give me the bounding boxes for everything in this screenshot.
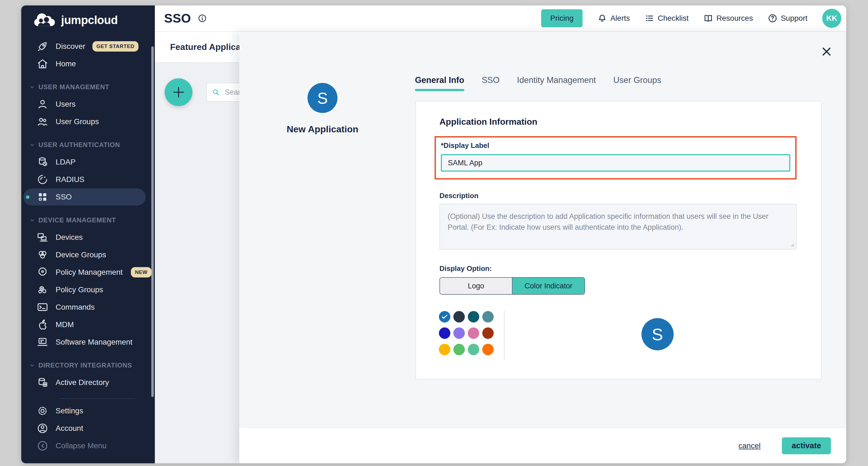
sidebar-item-label: Policy Management bbox=[56, 268, 123, 276]
color-swatch[interactable] bbox=[453, 311, 465, 322]
modal-tabs: General Info SSO Identity Management Use… bbox=[415, 75, 661, 91]
color-swatch-selected[interactable] bbox=[439, 311, 451, 322]
application-summary: S New Application bbox=[239, 83, 406, 135]
sidebar-item-sso[interactable]: SSO bbox=[21, 188, 155, 206]
sidebar-item-label: MDM bbox=[56, 320, 74, 329]
sidebar-item-home[interactable]: Home bbox=[21, 55, 155, 72]
sidebar-item-discover[interactable]: Discover GET STARTED bbox=[21, 38, 155, 55]
top-bar: SSO Pricing Alerts Checklist bbox=[155, 5, 846, 32]
color-swatch[interactable] bbox=[453, 327, 465, 339]
color-picker: S bbox=[439, 311, 797, 359]
user-group-icon bbox=[36, 116, 49, 128]
radius-icon bbox=[36, 174, 49, 185]
close-button[interactable] bbox=[820, 45, 833, 58]
support-button[interactable]: Support bbox=[768, 13, 807, 23]
add-application-button[interactable] bbox=[165, 78, 192, 106]
close-icon bbox=[820, 45, 833, 58]
active-indicator-dot bbox=[26, 195, 29, 199]
description-field-wrap bbox=[439, 204, 797, 250]
main-area: SSO Pricing Alerts Checklist bbox=[155, 5, 846, 463]
color-swatch[interactable] bbox=[439, 344, 451, 355]
sidebar-item-label: Account bbox=[56, 424, 83, 433]
sidebar-item-label: Policy Groups bbox=[56, 285, 103, 294]
apple-icon bbox=[36, 319, 49, 331]
tab-sso[interactable]: SSO bbox=[482, 75, 499, 91]
cancel-button[interactable]: cancel bbox=[737, 441, 762, 450]
sidebar-item-label: Devices bbox=[56, 233, 83, 242]
sidebar-section-user-management[interactable]: USER MANAGEMENT bbox=[21, 79, 155, 95]
sidebar: jumpcloud Discover GET STARTED Home USER… bbox=[21, 5, 155, 463]
sidebar-item-label: SSO bbox=[56, 193, 72, 201]
description-textarea[interactable] bbox=[439, 204, 797, 250]
sidebar-section-device-management[interactable]: DEVICE MANAGEMENT bbox=[21, 212, 155, 229]
sidebar-item-policy-groups[interactable]: Policy Groups bbox=[21, 281, 155, 298]
commands-terminal-icon bbox=[36, 301, 49, 313]
desktop-background: jumpcloud Discover GET STARTED Home USER… bbox=[0, 0, 868, 466]
sidebar-item-commands[interactable]: Commands bbox=[21, 298, 155, 316]
sidebar-item-label: Active Directory bbox=[56, 378, 109, 387]
user-icon bbox=[36, 98, 49, 110]
sso-grid-icon bbox=[36, 191, 49, 203]
sidebar-item-devices[interactable]: Devices bbox=[21, 229, 155, 246]
color-swatch[interactable] bbox=[468, 311, 479, 322]
display-option-toggle: Logo Color Indicator bbox=[439, 277, 585, 295]
sidebar-item-device-groups[interactable]: Device Groups bbox=[21, 246, 155, 264]
sidebar-item-ldap[interactable]: LDAP bbox=[21, 153, 155, 171]
sidebar-item-mdm[interactable]: MDM bbox=[21, 316, 155, 333]
page-title: SSO bbox=[164, 11, 191, 26]
resources-label: Resources bbox=[716, 14, 753, 23]
tab-identity-management[interactable]: Identity Management bbox=[517, 75, 596, 91]
resources-book-icon bbox=[703, 13, 713, 23]
jumpcloud-logo[interactable]: jumpcloud bbox=[21, 5, 155, 35]
color-swatch[interactable] bbox=[482, 327, 494, 339]
checklist-label: Checklist bbox=[657, 14, 689, 23]
user-avatar[interactable]: KK bbox=[822, 9, 841, 28]
sidebar-item-radius[interactable]: RADIUS bbox=[21, 171, 155, 188]
color-swatch[interactable] bbox=[439, 327, 451, 339]
sidebar-item-active-directory[interactable]: Active Directory bbox=[21, 374, 155, 391]
color-indicator-option[interactable]: Color Indicator bbox=[513, 278, 585, 294]
application-name: New Application bbox=[239, 124, 406, 135]
device-groups-icon bbox=[36, 249, 49, 261]
support-question-icon bbox=[768, 13, 777, 23]
info-icon[interactable] bbox=[198, 13, 207, 23]
sidebar-item-settings[interactable]: Settings bbox=[21, 402, 155, 419]
new-badge: NEW bbox=[131, 267, 152, 278]
sidebar-item-label: Settings bbox=[56, 407, 83, 415]
support-label: Support bbox=[781, 14, 807, 23]
jumpcloud-logo-text: jumpcloud bbox=[61, 13, 118, 27]
sidebar-item-label: Collapse Menu bbox=[56, 441, 106, 450]
tab-general-info[interactable]: General Info bbox=[415, 75, 464, 91]
sidebar-item-account[interactable]: Account bbox=[21, 419, 155, 437]
policy-management-icon bbox=[36, 266, 49, 278]
checklist-button[interactable]: Checklist bbox=[645, 13, 689, 23]
color-swatch[interactable] bbox=[482, 344, 494, 355]
sidebar-item-users[interactable]: Users bbox=[21, 95, 155, 113]
sidebar-section-user-authentication[interactable]: USER AUTHENTICATION bbox=[21, 137, 155, 153]
sidebar-scrollbar[interactable] bbox=[151, 47, 154, 397]
color-swatch[interactable] bbox=[468, 327, 479, 339]
pricing-button[interactable]: Pricing bbox=[541, 9, 583, 27]
sidebar-section-directory-integrations[interactable]: DIRECTORY INTEGRATIONS bbox=[21, 357, 155, 374]
resources-button[interactable]: Resources bbox=[703, 13, 753, 23]
color-swatch[interactable] bbox=[468, 344, 479, 355]
sidebar-item-user-groups[interactable]: User Groups bbox=[21, 113, 155, 130]
alerts-button[interactable]: Alerts bbox=[597, 13, 630, 23]
description-label: Description bbox=[439, 192, 797, 200]
display-label-input[interactable] bbox=[441, 154, 790, 172]
sidebar-item-label: LDAP bbox=[56, 158, 75, 167]
swatch-preview-divider bbox=[504, 311, 505, 359]
sidebar-item-collapse-menu[interactable]: Collapse Menu bbox=[21, 437, 155, 455]
ldap-database-icon bbox=[36, 156, 49, 168]
sidebar-item-label: Discover bbox=[56, 42, 85, 51]
search-icon bbox=[212, 88, 220, 96]
collapse-arrow-icon bbox=[36, 440, 49, 452]
logo-option[interactable]: Logo bbox=[440, 278, 513, 294]
sidebar-item-policy-management[interactable]: Policy Management NEW bbox=[21, 264, 155, 281]
color-swatch[interactable] bbox=[453, 344, 465, 355]
activate-button[interactable]: activate bbox=[782, 437, 831, 454]
tab-user-groups[interactable]: User Groups bbox=[613, 75, 661, 91]
color-swatch[interactable] bbox=[482, 311, 494, 322]
sidebar-item-software-management[interactable]: Software Management bbox=[21, 333, 155, 351]
sidebar-section-title: DIRECTORY INTEGRATIONS bbox=[38, 361, 132, 369]
